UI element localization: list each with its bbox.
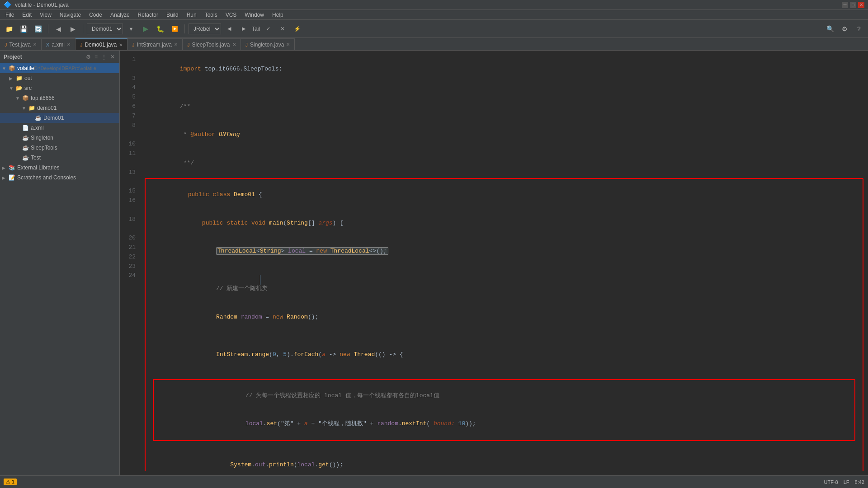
- tree-item-demo01-folder[interactable]: ▼ 📁 demo01: [0, 103, 119, 113]
- tab-icon-intstream: J: [132, 42, 135, 47]
- menu-run[interactable]: Run: [183, 11, 200, 19]
- toolbar-help[interactable]: ?: [853, 23, 865, 35]
- tab-sleeptools-java[interactable]: J SleepTools.java ✕: [183, 38, 241, 50]
- tab-demo01-java[interactable]: J Demo01.java ✕: [75, 38, 127, 50]
- toolbar-extra-2[interactable]: ⚡: [291, 23, 303, 35]
- title-bar-left: 🔷 volatile - Demo01.java: [4, 1, 69, 9]
- jrebel-run[interactable]: ◀: [223, 23, 236, 35]
- tree-arrow-extlibs: ▶: [2, 165, 8, 170]
- code-line-random: Random random = new Random();: [146, 303, 863, 331]
- project-dropdown[interactable]: Demo01: [87, 23, 123, 34]
- warning-badge: ⚠ 1: [4, 479, 17, 485]
- panel-header: Project ⚙ ≡ ⋮ ✕: [0, 51, 119, 63]
- xml-icon-axml: 📄: [22, 125, 29, 131]
- tree-label-scratches: Scratches and Consoles: [17, 174, 76, 181]
- status-encoding[interactable]: UTF-8: [824, 479, 838, 485]
- menu-view[interactable]: View: [36, 11, 55, 19]
- minimize-button[interactable]: ─: [842, 2, 848, 8]
- tree-path-volatile: D:\Develop\IDEAPro\volatile: [34, 66, 96, 71]
- panel-settings-btn[interactable]: ⋮: [100, 53, 108, 61]
- title-bar-title: volatile - Demo01.java: [15, 2, 69, 8]
- tree-item-src[interactable]: ▼ 📂 src: [0, 83, 119, 93]
- main-layout: Project ⚙ ≡ ⋮ ✕ ▼ 📦 volatile D:\Develop\…: [0, 51, 868, 475]
- tab-singleton-java[interactable]: J Singleton.java ✕: [241, 38, 295, 50]
- tab-close-test[interactable]: ✕: [33, 42, 37, 47]
- code-line-import: import top.it6666.SleepTools;: [145, 55, 863, 83]
- code-area[interactable]: import top.it6666.SleepTools; /** * @aut…: [140, 55, 868, 471]
- menu-vcs[interactable]: VCS: [222, 11, 241, 19]
- close-button[interactable]: ✕: [858, 2, 864, 8]
- settings-btn[interactable]: ⚙: [838, 23, 851, 35]
- scratches-icon: 📝: [8, 174, 15, 181]
- menu-window[interactable]: Window: [241, 11, 268, 19]
- menu-navigate[interactable]: Navigate: [56, 11, 85, 19]
- tree-label-sleeptools: SleepTools: [31, 145, 57, 151]
- tree-label-demo01-folder: demo01: [37, 105, 57, 111]
- panel-close-btn[interactable]: ✕: [109, 53, 116, 61]
- jrebel-debug[interactable]: ▶: [237, 23, 250, 35]
- toolbar-save[interactable]: 💾: [17, 23, 30, 35]
- folder-icon-out: 📁: [15, 75, 23, 81]
- menu-edit[interactable]: Edit: [19, 11, 35, 19]
- tree-item-demo01-file[interactable]: ☕ Demo01: [0, 113, 119, 123]
- code-line-sysout: System.out.println(local.get());: [146, 451, 863, 471]
- maximize-button[interactable]: □: [850, 2, 856, 8]
- panel-gear-btn[interactable]: ⚙: [85, 53, 92, 61]
- tree-item-scratches[interactable]: ▶ 📝 Scratches and Consoles: [0, 173, 119, 183]
- tree-item-out[interactable]: ▶ 📁 out: [0, 73, 119, 83]
- toolbar-forward[interactable]: ▶: [66, 23, 79, 35]
- toolbar-sync[interactable]: 🔄: [32, 23, 44, 35]
- jrebel-dropdown[interactable]: JRebel: [189, 23, 221, 34]
- tree-item-external-libs[interactable]: ▶ 📚 External Libraries: [0, 163, 119, 173]
- editor-content[interactable]: 1 3 4 5 6 7 8 10 11 13 15 16 18 20: [120, 51, 868, 475]
- tree-label-test: Test: [31, 155, 41, 161]
- tree-item-singleton[interactable]: ☕ Singleton: [0, 133, 119, 143]
- status-position: 8:42: [855, 479, 864, 485]
- menu-help[interactable]: Help: [269, 11, 287, 19]
- tail-toggle[interactable]: ✓: [262, 23, 274, 35]
- run-green-btn[interactable]: ▶: [139, 23, 152, 35]
- toolbar-sep-1: [48, 24, 48, 33]
- menu-tools[interactable]: Tools: [201, 11, 221, 19]
- toolbar-project-view[interactable]: 📁: [3, 23, 15, 35]
- status-right: UTF-8 LF 8:42: [824, 479, 864, 485]
- code-line-local-set: local.set("第" + a + "个线程，随机数" + random.n…: [154, 410, 854, 438]
- code-line-javadoc3: **/: [145, 149, 863, 177]
- tab-label-sleeptools: SleepTools.java: [192, 42, 230, 48]
- status-bar: ⚠ 1 UTF-8 LF 8:42: [0, 475, 868, 488]
- status-line-ending[interactable]: LF: [844, 479, 849, 485]
- debug-btn[interactable]: 🐛: [154, 23, 166, 35]
- panel-layout-btn[interactable]: ≡: [94, 53, 99, 61]
- tab-close-axml[interactable]: ✕: [67, 42, 71, 47]
- code-line-blank1: [145, 83, 863, 93]
- tab-test-java[interactable]: J Test.java ✕: [0, 38, 42, 50]
- toolbar-extra-1[interactable]: ✕: [276, 23, 289, 35]
- tree-item-package[interactable]: ▼ 📦 top.it6666: [0, 93, 119, 103]
- toolbar-edit-config[interactable]: ▼: [125, 23, 137, 35]
- menu-bar: File Edit View Navigate Code Analyze Ref…: [0, 10, 868, 20]
- menu-code[interactable]: Code: [85, 11, 106, 19]
- code-line-cmt-random: // 新建一个随机类: [146, 275, 863, 303]
- menu-file[interactable]: File: [2, 11, 18, 19]
- tree-item-test[interactable]: ☕ Test: [0, 153, 119, 163]
- tab-close-demo01[interactable]: ✕: [119, 42, 123, 47]
- code-line-cmt-local: // 为每一个线程设置相应的 local 值，每一个线程都有各自的local值: [154, 382, 854, 410]
- tree-label-volatile: volatile: [17, 65, 34, 71]
- tree-item-axml[interactable]: 📄 a.xml: [0, 123, 119, 133]
- tab-close-sleeptools[interactable]: ✕: [232, 42, 236, 47]
- tab-close-singleton[interactable]: ✕: [286, 42, 290, 47]
- tab-label-demo01: Demo01.java: [85, 42, 117, 48]
- tree-item-sleeptools[interactable]: ☕ SleepTools: [0, 143, 119, 153]
- tab-close-intstream[interactable]: ✕: [174, 42, 178, 47]
- menu-build[interactable]: Build: [163, 11, 182, 19]
- menu-refactor[interactable]: Refactor: [134, 11, 162, 19]
- code-line-javadoc1: /**: [145, 93, 863, 121]
- tab-icon-test: J: [5, 42, 7, 47]
- toolbar-back[interactable]: ◀: [52, 23, 65, 35]
- menu-analyze[interactable]: Analyze: [107, 11, 133, 19]
- tab-intstream-java[interactable]: J IntStream.java ✕: [127, 38, 183, 50]
- tab-axml[interactable]: X a.xml ✕: [42, 38, 75, 50]
- search-everywhere[interactable]: 🔍: [824, 23, 836, 35]
- tree-item-volatile[interactable]: ▼ 📦 volatile D:\Develop\IDEAPro\volatile: [0, 63, 119, 73]
- run-with-coverage[interactable]: ▶️: [168, 23, 181, 35]
